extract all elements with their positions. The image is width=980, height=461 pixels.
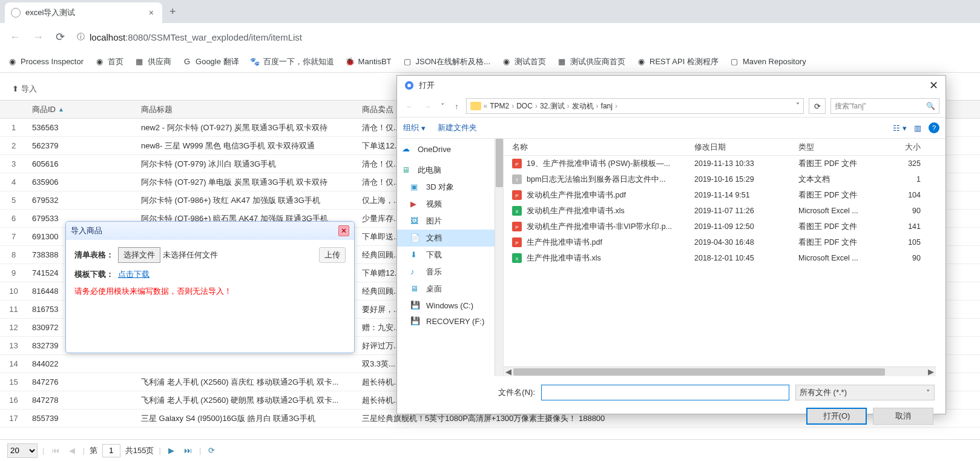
fd-preview-button[interactable]: ▥ (914, 124, 921, 133)
upload-button[interactable]: 上传 (319, 247, 346, 263)
refresh-button[interactable]: ⟳ (206, 446, 217, 455)
bookmark-icon: ◉ (636, 57, 646, 67)
upload-icon: ⬆ (12, 84, 19, 93)
fd-sb-thispc[interactable]: 🖥此电脑 (397, 162, 503, 179)
file-type-icon: P (512, 237, 522, 247)
breadcrumb-item[interactable]: fanj (601, 102, 613, 110)
bookmark-item[interactable]: ▦供应商 (134, 56, 171, 67)
dialog-close-button[interactable]: ✕ (338, 225, 349, 236)
form-label: 清单表格： (74, 250, 118, 260)
fd-sb-3d[interactable]: ▣3D 对象 (397, 179, 503, 196)
fd-sb-documents[interactable]: 📄文档 (397, 230, 503, 247)
fd-sb-videos[interactable]: ▶视频 (397, 196, 503, 213)
fd-horizontal-scrollbar[interactable]: ◀ ▶ (504, 366, 936, 376)
fd-cancel-button[interactable]: 取消 (873, 408, 933, 425)
bookmark-item[interactable]: ◉Process Inspector (7, 57, 84, 67)
grid-header-id[interactable]: 商品ID▲ (27, 104, 136, 115)
choose-file-button[interactable]: 选择文件 (118, 247, 160, 263)
fd-filelist: 名称 修改日期 类型 大小 P19、生产件批准申请书 (PSW)-新模板—...… (504, 139, 945, 376)
fd-sb-desktop[interactable]: 🖥桌面 (397, 280, 503, 297)
cube-icon: ▣ (410, 182, 421, 192)
file-row[interactable]: X发动机生产件批准申请书.xls2019-11-07 11:26Microsof… (504, 203, 945, 219)
fd-sb-pictures[interactable]: 🖼图片 (397, 213, 503, 230)
last-page-button[interactable]: ⏭ (182, 446, 194, 455)
bookmark-label: 供应商 (148, 56, 171, 67)
bookmark-label: 测试供应商首页 (570, 56, 625, 67)
next-page-button[interactable]: ▶ (166, 446, 177, 455)
site-info-icon[interactable]: ⓘ (77, 32, 85, 42)
fd-organize-button[interactable]: 组织 ▾ (403, 122, 426, 133)
fd-back-button[interactable]: ← (403, 101, 416, 112)
bookmark-item[interactable]: ◉首页 (94, 56, 123, 67)
fd-filelist-header: 名称 修改日期 类型 大小 (504, 139, 945, 156)
fd-close-button[interactable]: ✕ (929, 79, 938, 92)
fd-refresh-button[interactable]: ⟳ (809, 98, 826, 114)
breadcrumb-item[interactable]: DOC (516, 102, 533, 110)
fd-search-input[interactable]: 搜索"fanj" 🔍 (830, 98, 939, 114)
bookmark-item[interactable]: ▢JSON在线解析及格... (403, 56, 491, 67)
fd-sb-onedrive[interactable]: ☁OneDrive (397, 141, 503, 157)
fd-forward-button[interactable]: → (421, 101, 433, 112)
page-size-select[interactable]: 20 (7, 443, 38, 458)
file-row[interactable]: Tbpm日志无法输出到服务器日志文件中...2019-10-16 15:29文本… (504, 171, 945, 187)
file-date: 2019-11-13 10:33 (694, 159, 798, 168)
grid-header-title[interactable]: 商品标题 (136, 104, 357, 115)
fd-view-button[interactable]: ☷ ▾ (893, 124, 907, 133)
fd-col-name[interactable]: 名称 (504, 142, 694, 153)
fd-col-type[interactable]: 类型 (798, 142, 884, 153)
fd-help-button[interactable]: ? (929, 122, 939, 133)
fd-filetype-select[interactable]: 所有文件 (*.*)˅ (795, 385, 935, 400)
breadcrumb-item[interactable]: TPM2 (490, 102, 509, 110)
fd-sb-music[interactable]: ♪音乐 (397, 264, 503, 280)
tab-close-icon[interactable]: × (146, 8, 156, 18)
fd-recent-dropdown[interactable]: ˅ (438, 101, 447, 112)
bookmark-item[interactable]: ◉REST API 检测程序 (636, 56, 719, 67)
new-tab-button[interactable]: + (162, 5, 183, 18)
chevron-down-icon[interactable]: ˅ (796, 102, 800, 110)
fd-open-button[interactable]: 打开(O) (806, 408, 867, 425)
fd-col-date[interactable]: 修改日期 (694, 142, 798, 153)
reload-button[interactable]: ⟳ (53, 28, 67, 46)
fd-sb-windows-c[interactable]: 💾Windows (C:) (397, 297, 503, 313)
forward-button[interactable]: → (30, 28, 46, 46)
fd-sb-recovery-f[interactable]: 💾RECOVERY (F:) (397, 313, 503, 329)
fd-sidebar-scrollbar[interactable] (495, 139, 503, 376)
file-chosen-text: 未选择任何文件 (163, 250, 218, 260)
file-row[interactable]: P生产件批准申请书.pdf2019-04-30 16:48看图王 PDF 文件1… (504, 234, 945, 250)
url-bar[interactable]: ⓘ localhost:8080/SSMTest_war_exploded/it… (74, 32, 973, 42)
bookmark-item[interactable]: ▢Maven Repository (729, 57, 806, 67)
fd-sb-downloads[interactable]: ⬇下载 (397, 247, 503, 264)
bookmark-item[interactable]: ▦测试供应商首页 (557, 56, 625, 67)
fd-filename-input[interactable] (541, 385, 789, 400)
fd-new-folder-button[interactable]: 新建文件夹 (438, 122, 477, 133)
bookmark-icon: 🐞 (345, 57, 355, 67)
file-size: 1 (884, 175, 921, 184)
bookmark-item[interactable]: GGoogle 翻译 (182, 56, 239, 67)
fd-col-size[interactable]: 大小 (884, 142, 921, 153)
file-date: 2019-10-16 15:29 (694, 175, 798, 184)
file-type: 看图王 PDF 文件 (798, 237, 884, 248)
cell-title: 飞利浦 老人手机 (X2560) 硬朗黑 移动联通2G手机 双卡... (136, 395, 357, 406)
back-button[interactable]: ← (7, 28, 23, 46)
fd-footer: 文件名(N): 所有文件 (*.*)˅ 打开(O) 取消 (397, 376, 945, 433)
import-button[interactable]: ⬆ 导入 (7, 81, 42, 97)
bookmark-icon: ▦ (134, 57, 144, 67)
page-input[interactable] (102, 444, 120, 457)
browser-tab[interactable]: excel导入测试 × (5, 2, 162, 23)
fd-up-button[interactable]: ↑ (452, 101, 461, 112)
breadcrumb-item[interactable]: 发动机 (572, 101, 594, 111)
bookmark-item[interactable]: 🐾百度一下，你就知道 (250, 56, 334, 67)
first-page-button[interactable]: ⏮ (49, 446, 62, 455)
file-date: 2019-04-30 16:48 (694, 238, 798, 247)
file-row[interactable]: P发动机生产件批准申请书-非VIP带水印.p...2019-11-09 12:5… (504, 219, 945, 234)
bookmark-item[interactable]: 🐞MantisBT (345, 57, 392, 67)
prev-page-button[interactable]: ◀ (67, 446, 77, 455)
breadcrumb-item[interactable]: 32.测试 (540, 101, 565, 111)
download-template-link[interactable]: 点击下载 (118, 269, 150, 280)
file-row[interactable]: P19、生产件批准申请书 (PSW)-新模板—...2019-11-13 10:… (504, 156, 945, 171)
file-row[interactable]: X生产件批准申请书.xls2018-12-01 10:45Microsoft E… (504, 250, 945, 266)
bookmark-item[interactable]: ◉测试首页 (501, 56, 546, 67)
file-row[interactable]: P发动机生产件批准申请书.pdf2019-11-14 9:51看图王 PDF 文… (504, 187, 945, 203)
bookmark-icon: ◉ (7, 57, 17, 67)
fd-breadcrumb[interactable]: « TPM2›DOC›32.测试›发动机›fanj›˅ (466, 98, 804, 114)
